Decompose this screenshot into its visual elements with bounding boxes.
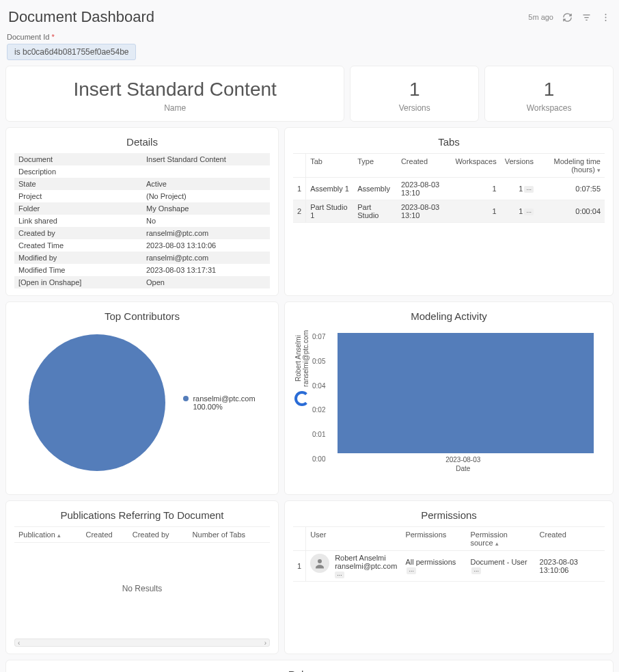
svg-point-3: [318, 559, 322, 563]
cell-created: 2023-08-03 13:10: [397, 178, 451, 200]
metric-versions: 1 Versions: [350, 66, 479, 122]
open-link[interactable]: Open: [142, 276, 270, 288]
bar-chart: Robert Anselmi ranselmi@ptc.com 0:070:05…: [293, 327, 605, 478]
details-row: Description: [14, 165, 270, 178]
col-versions[interactable]: Versions: [501, 154, 538, 178]
filter-label: Document Id *: [5, 31, 614, 44]
publications-panel: Publications Referring To Document Publi…: [5, 500, 279, 654]
more-pill-icon[interactable]: ···: [471, 567, 481, 574]
metric-versions-label: Versions: [356, 103, 473, 113]
publications-table: Publication▴ Created Created by Number o…: [14, 526, 270, 543]
activity-panel: Modeling Activity Robert Anselmi ranselm…: [284, 301, 614, 495]
col-pub-created-by[interactable]: Created by: [128, 527, 189, 543]
col-pub-created[interactable]: Created: [82, 527, 128, 543]
page-header: Document Dashboard 5m ago: [5, 5, 614, 31]
svg-point-1: [605, 16, 606, 18]
cell-modeling-time: 0:00:04: [538, 200, 605, 223]
svg-point-2: [605, 19, 606, 21]
filter-icon[interactable]: [581, 12, 592, 23]
releases-panel: Releases Part number▴ Revision State Rel…: [5, 660, 614, 672]
publications-empty: No Results: [14, 543, 270, 634]
col-created[interactable]: Created: [397, 154, 451, 178]
col-index: [293, 154, 306, 178]
cell-modeling-time: 0:07:55: [538, 178, 605, 200]
tabs-table: Tab Type Created Workspaces Versions Mod…: [293, 153, 605, 223]
row-index: 1: [293, 551, 306, 582]
refresh-icon[interactable]: [562, 12, 573, 23]
permissions-title: Permissions: [293, 509, 605, 521]
y-tick: 0:02: [312, 406, 325, 414]
x-tick: 2023-08-03: [328, 453, 598, 463]
permissions-table: User Permissions Permission source▴ Crea…: [293, 526, 605, 582]
details-value: No: [142, 215, 270, 227]
row-index: 2: [293, 200, 306, 223]
cell-type: Part Studio: [353, 200, 397, 223]
details-value: [142, 165, 270, 178]
col-modeling-time[interactable]: Modeling time (hours)▾: [538, 154, 605, 178]
cell-type: Assembly: [353, 178, 397, 200]
details-row: Project(No Project): [14, 190, 270, 202]
col-publication[interactable]: Publication▴: [14, 527, 82, 543]
header-actions: 5m ago: [528, 12, 611, 23]
col-type[interactable]: Type: [353, 154, 397, 178]
table-row[interactable]: 1Assembly 1Assembly2023-08-03 13:1011···…: [293, 178, 605, 200]
details-key: Folder: [14, 202, 142, 215]
more-icon[interactable]: [600, 12, 611, 23]
details-title: Details: [14, 136, 270, 148]
details-row: StateActive: [14, 178, 270, 190]
tabs-title: Tabs: [293, 136, 605, 148]
bar-series: [338, 333, 594, 453]
col-index: [293, 527, 306, 551]
contributors-title: Top Contributors: [14, 310, 270, 322]
cell-created: 2023-08-03 13:10:06: [536, 551, 605, 582]
cell-workspaces: 1: [451, 200, 500, 223]
releases-title: Releases: [14, 669, 605, 672]
publications-title: Publications Referring To Document: [14, 509, 270, 521]
details-key: Modified by: [14, 252, 142, 264]
details-value: My Onshape: [142, 202, 270, 215]
metric-versions-value: 1: [356, 79, 473, 100]
col-workspaces[interactable]: Workspaces: [451, 154, 500, 178]
cell-created: 2023-08-03 13:10: [397, 200, 451, 223]
more-pill-icon[interactable]: ···: [407, 567, 416, 574]
contributors-panel: Top Contributors ranselmi@ptc.com 100.00…: [5, 301, 279, 495]
pie-chart: [29, 334, 165, 471]
y-tick: 0:04: [312, 382, 325, 390]
details-value: ranselmi@ptc.com: [142, 227, 270, 239]
details-row: Link sharedNo: [14, 215, 270, 227]
document-id-chip[interactable]: is bc0ca6d4b081755ef0ae54be: [7, 44, 136, 60]
col-perms[interactable]: Permissions: [401, 527, 466, 551]
cell-versions: 1···: [501, 178, 538, 200]
col-user[interactable]: User: [306, 527, 402, 551]
chevron-down-icon: ▾: [597, 167, 601, 174]
table-row[interactable]: 2Part Studio 1Part Studio2023-08-03 13:1…: [293, 200, 605, 223]
col-perm-created[interactable]: Created: [536, 527, 605, 551]
more-pill-icon[interactable]: ···: [335, 572, 344, 578]
col-tab[interactable]: Tab: [306, 154, 354, 178]
user-name: Robert Anselmi: [335, 554, 397, 562]
h-scrollbar[interactable]: ‹›: [14, 639, 270, 647]
y-axis-label: Robert Anselmi ranselmi@ptc.com: [293, 330, 311, 387]
col-pub-tabs[interactable]: Number of Tabs: [189, 527, 270, 543]
details-value: 2023-08-03 13:17:31: [142, 264, 270, 276]
row-index: 1: [293, 178, 306, 200]
page-title: Document Dashboard: [8, 8, 154, 26]
more-pill-icon[interactable]: ···: [524, 186, 534, 193]
avatar-icon: [310, 554, 329, 573]
details-value: 2023-08-03 13:10:06: [142, 239, 270, 252]
y-axis-ticks: 0:070:050:040:020:010:00: [311, 330, 328, 475]
metric-workspaces-label: Workspaces: [491, 103, 607, 113]
table-row[interactable]: 1 Robert Anselmi ranselmi@ptc.com ··· Al…: [293, 551, 605, 582]
details-key: Created Time: [14, 239, 142, 252]
more-pill-icon[interactable]: ···: [524, 209, 534, 215]
details-key: Project: [14, 190, 142, 202]
pie-legend: ranselmi@ptc.com 100.00%: [183, 394, 255, 411]
chevron-up-icon: ▴: [57, 532, 61, 539]
y-tick: 0:00: [312, 455, 325, 463]
metric-name-label: Name: [12, 103, 338, 113]
details-table: DocumentInsert Standard ContentDescripti…: [14, 153, 270, 288]
tabs-panel: Tabs Tab Type Created Workspaces Version…: [284, 127, 614, 296]
col-source[interactable]: Permission source▴: [466, 527, 535, 551]
details-key: Link shared: [14, 215, 142, 227]
details-row: DocumentInsert Standard Content: [14, 153, 270, 165]
